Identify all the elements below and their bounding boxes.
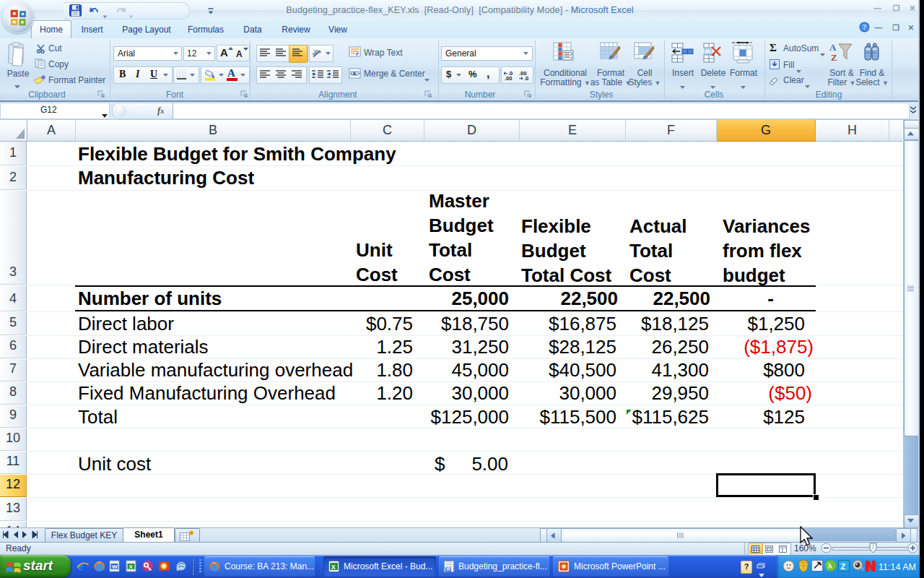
svg-text:A: A: [829, 42, 837, 53]
svg-text:A: A: [828, 563, 833, 570]
svg-text:.00: .00: [505, 75, 512, 81]
svg-text:W: W: [446, 566, 451, 571]
svg-text:Z: Z: [841, 562, 846, 571]
svg-text:X: X: [129, 564, 134, 570]
svg-text:?: ?: [863, 23, 866, 31]
svg-text:.0: .0: [524, 75, 528, 81]
svg-text:X: X: [331, 564, 336, 571]
svg-text:W: W: [112, 564, 118, 570]
svg-text:a: a: [353, 71, 356, 76]
svg-text:Z: Z: [831, 52, 837, 63]
svg-text:ab: ab: [312, 48, 321, 58]
